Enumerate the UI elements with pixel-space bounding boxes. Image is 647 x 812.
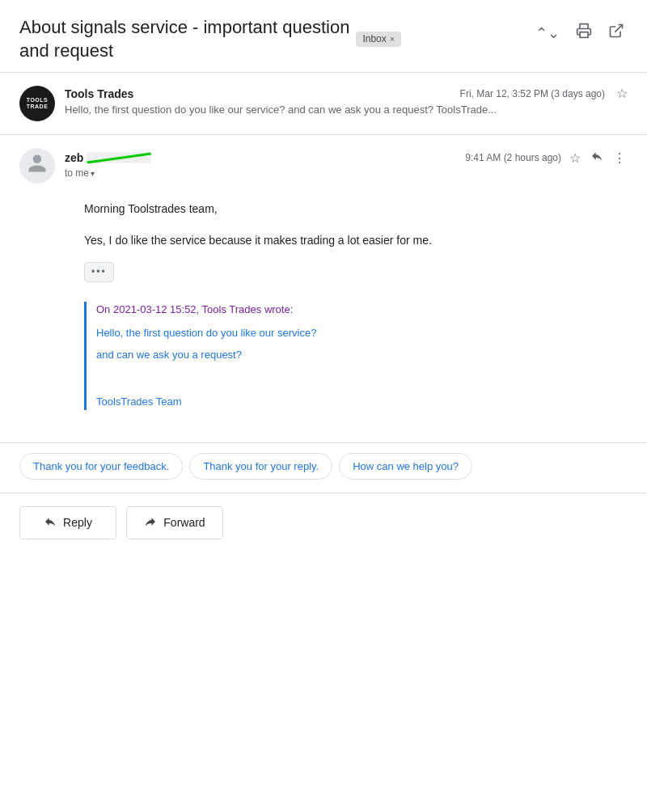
quoted-intro: On 2021-03-12 15:52, Tools Trades wrote: <box>96 302 608 319</box>
to-me-chevron: ▾ <box>91 169 95 178</box>
email-subject: About signals service - important questi… <box>19 16 532 62</box>
open-new-window-button[interactable] <box>605 19 628 46</box>
print-button[interactable] <box>573 19 595 46</box>
quoted-text-block: On 2021-03-12 15:52, Tools Trades wrote:… <box>84 302 608 410</box>
zeb-name-area: zeb <box>65 151 151 164</box>
redacted-name-bar <box>87 152 151 163</box>
message1-preview: Hello, the first question do you like ou… <box>65 103 628 117</box>
reply-label: Reply <box>63 516 92 529</box>
person-icon <box>27 153 48 179</box>
nav-down-icon: ⌄ <box>548 24 560 42</box>
zeb-date: 9:41 AM (2 hours ago) <box>465 152 561 163</box>
quoted-blank-line <box>96 370 608 387</box>
quoted-line1: Hello, the first question do you like ou… <box>96 325 608 341</box>
quoted-line2: and can we ask you a request? <box>96 347 608 363</box>
tools-trades-sender-name: Tools Trades <box>65 87 133 100</box>
green-strikethrough-line <box>87 153 152 164</box>
message1-date: Fri, Mar 12, 3:52 PM (3 days ago) <box>460 88 605 99</box>
forward-icon <box>144 515 157 531</box>
reply-button[interactable]: Reply <box>19 506 116 539</box>
star-message-button[interactable]: ☆ <box>568 149 582 167</box>
header-icons: ⌃ ⌄ <box>532 16 628 46</box>
body-greeting: Morning Toolstrades team, <box>84 200 608 218</box>
star-icon[interactable]: ☆ <box>616 86 628 101</box>
zeb-date-area: 9:41 AM (2 hours ago) ☆ ⋮ <box>465 148 628 167</box>
subject-text: About signals service - important questi… <box>19 16 349 62</box>
body-main: Yes, I do like the service because it ma… <box>84 231 608 249</box>
tools-trades-avatar: TOOLSTRADE <box>19 86 55 121</box>
star-icon-zeb: ☆ <box>569 151 581 165</box>
forward-button[interactable]: Forward <box>126 506 223 539</box>
zeb-name-prefix: zeb <box>65 151 83 164</box>
zeb-avatar <box>19 148 55 184</box>
email-title-area: About signals service - important questi… <box>19 16 532 62</box>
reply-quick-icon <box>590 151 603 165</box>
message-tools-trades: TOOLSTRADE Tools Trades Fri, Mar 12, 3:5… <box>0 73 647 135</box>
action-buttons-area: Reply Forward <box>0 493 647 552</box>
email-body: Morning Toolstrades team, Yes, I do like… <box>19 193 628 429</box>
zeb-meta: zeb 9:41 AM (2 hours ago) ☆ <box>65 148 628 179</box>
zeb-sender-row: zeb 9:41 AM (2 hours ago) ☆ <box>65 148 628 167</box>
open-icon <box>608 23 624 43</box>
smart-reply-3[interactable]: How can we help you? <box>339 453 472 480</box>
reply-icon <box>44 515 57 531</box>
print-icon <box>576 23 592 43</box>
inbox-badge[interactable]: Inbox × <box>356 32 401 48</box>
svg-line-1 <box>615 25 622 32</box>
quoted-line3: ToolsTrades Team <box>96 394 608 410</box>
expand-dots-button[interactable]: ••• <box>84 262 114 282</box>
message-tools-trades-meta: Tools Trades Fri, Mar 12, 3:52 PM (3 day… <box>65 86 628 117</box>
message-zeb: zeb 9:41 AM (2 hours ago) ☆ <box>0 135 647 443</box>
email-header: About signals service - important questi… <box>0 0 647 73</box>
to-me-label[interactable]: to me ▾ <box>65 167 628 179</box>
smart-reply-1[interactable]: Thank you for your feedback. <box>19 453 183 480</box>
reply-quick-button[interactable] <box>589 148 605 167</box>
forward-label: Forward <box>163 516 205 529</box>
nav-arrows-button[interactable]: ⌃ ⌄ <box>532 21 563 45</box>
smart-reply-2[interactable]: Thank you for your reply. <box>189 453 332 480</box>
date-star-area: Fri, Mar 12, 3:52 PM (3 days ago) ☆ <box>460 86 628 101</box>
sender-row: Tools Trades Fri, Mar 12, 3:52 PM (3 day… <box>65 86 628 101</box>
more-options-button[interactable]: ⋮ <box>611 149 628 167</box>
svg-rect-0 <box>580 32 588 38</box>
smart-replies-area: Thank you for your feedback. Thank you f… <box>0 443 647 493</box>
inbox-label: Inbox <box>362 33 386 46</box>
message-zeb-header: zeb 9:41 AM (2 hours ago) ☆ <box>19 148 628 184</box>
avatar-logo-text: TOOLSTRADE <box>27 97 49 111</box>
nav-up-icon: ⌃ <box>535 24 548 42</box>
more-options-icon: ⋮ <box>613 151 626 165</box>
inbox-close-icon[interactable]: × <box>390 33 395 44</box>
